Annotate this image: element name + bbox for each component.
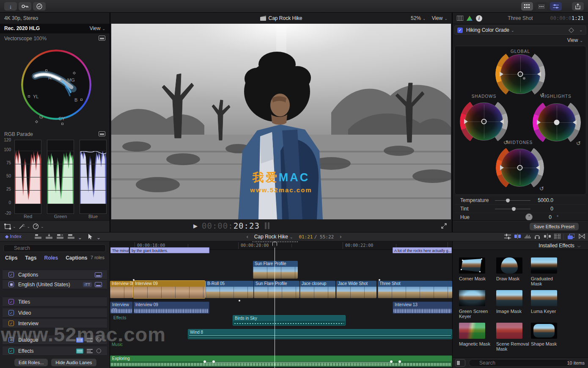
vectorscope-settings-icon[interactable] [99, 36, 105, 41]
keyframe-dot[interactable] [203, 360, 206, 363]
viewer-zoom-menu[interactable]: 52%⌄ [411, 15, 426, 21]
retime-button[interactable]: ⌄ [33, 223, 44, 230]
effects-sidebar-toggle[interactable] [455, 359, 465, 367]
audio-clip-birds-in-sky[interactable]: Birds in Sky [233, 315, 346, 326]
clip-jace-wide-shot[interactable]: Jace Wide Shot [336, 281, 376, 298]
save-effects-preset-button[interactable]: Save Effects Preset [530, 223, 579, 230]
global-left-arrow[interactable] [500, 72, 503, 77]
midtones-color-wheel[interactable]: ↺ [496, 144, 544, 192]
global-color-wheel[interactable]: ↺ [495, 49, 545, 99]
effect-corner-mask[interactable] [459, 257, 485, 274]
captions-display-icon[interactable] [95, 272, 102, 277]
skimming-button[interactable] [544, 234, 551, 239]
role-row-interview[interactable]: ✓ Interview [3, 319, 107, 328]
focus-icon[interactable] [96, 338, 101, 342]
subroles-icon[interactable] [87, 349, 93, 353]
clip-interview-08[interactable]: Interview 08 [110, 281, 133, 298]
viewer-view-menu[interactable]: View⌄ [432, 15, 448, 21]
role-row-effects[interactable]: ✓ Effects [3, 346, 107, 356]
edit-buttons-chevron[interactable]: ⌄ [78, 235, 82, 241]
highlights-color-wheel[interactable]: ↺ [533, 98, 581, 147]
focus-icon[interactable] [96, 349, 101, 353]
inspector-toggle-button[interactable] [550, 2, 562, 11]
effect-draw-mask[interactable] [496, 257, 522, 274]
midtones-wheel-disc[interactable] [501, 149, 539, 187]
audio-lanes-icon[interactable] [76, 338, 83, 343]
scopes-view-menu[interactable]: View⌄ [90, 24, 105, 34]
insert-clip-button[interactable] [46, 234, 52, 239]
hue-value[interactable]: 0 [549, 214, 552, 220]
edit-roles-button[interactable]: Edit Roles... [14, 359, 48, 366]
role-row-video[interactable]: ✓ Video [3, 308, 107, 318]
temperature-slider[interactable] [495, 200, 530, 201]
keyframe-dot[interactable] [398, 360, 401, 363]
overwrite-clip-button[interactable] [68, 234, 74, 239]
keyframe-dot[interactable] [212, 360, 215, 363]
keyframe-diamond-icon[interactable] [569, 28, 574, 33]
interview-checkbox[interactable]: ✓ [8, 321, 14, 326]
inspector-view-menu[interactable]: View⌄ [567, 37, 583, 43]
highlights-left-arrow[interactable] [537, 120, 541, 125]
highlights-wheel-puck[interactable] [554, 120, 560, 125]
effect-graduated-mask[interactable] [531, 257, 557, 274]
effect-scene-removal-mask[interactable] [496, 323, 522, 339]
play-button[interactable]: ▶ [193, 223, 198, 229]
tint-value[interactable]: 0 [550, 206, 553, 212]
role-row-captions[interactable]: ✓ Captions [3, 270, 107, 279]
effects-browser-button[interactable] [568, 234, 574, 239]
shadows-right-arrow[interactable] [500, 119, 504, 124]
effect-shape-mask[interactable] [531, 323, 557, 339]
timeline-title-menu[interactable]: Cap Rock Hike⌄ [254, 234, 293, 240]
global-wheel-disc[interactable] [500, 54, 540, 94]
effect-luma-keyer[interactable] [531, 290, 557, 306]
audio-clip-interview-13[interactable]: Interview 13 [393, 302, 452, 314]
append-clip-button[interactable] [57, 234, 63, 239]
midtones-wheel-puck[interactable] [517, 165, 523, 171]
tool-chevron[interactable]: ⌄ [96, 235, 101, 241]
color-inspector-icon[interactable] [467, 16, 473, 21]
caption-clip[interactable]: A lot of the rocks here actually g... [393, 247, 452, 253]
import-media-button[interactable]: ↓ [4, 2, 17, 11]
effect-chevron-icon[interactable]: ⌄ [579, 28, 583, 32]
index-toggle-button[interactable]: ◆ Index [5, 234, 21, 239]
audio-monitor-button[interactable] [534, 234, 540, 239]
video-inspector-icon[interactable] [457, 16, 463, 21]
next-timeline-button[interactable]: › [340, 234, 341, 240]
midtones-left-arrow[interactable] [500, 165, 504, 170]
share-button[interactable] [572, 2, 584, 11]
audio-clip-interview-09[interactable]: Interview 09 [133, 302, 209, 314]
audio-meters-button[interactable] [525, 234, 531, 239]
shadows-color-wheel[interactable]: ↺ [460, 97, 508, 146]
captions-display-icon[interactable] [95, 282, 102, 287]
video-checkbox[interactable]: ✓ [8, 310, 14, 315]
highlights-right-arrow[interactable] [573, 120, 577, 125]
effect-magnetic-mask[interactable] [459, 323, 485, 339]
captions-checkbox[interactable]: ✓ [8, 272, 14, 277]
audio-clip-wind-8[interactable]: Wind 8 [188, 329, 452, 339]
transitions-browser-button[interactable] [579, 234, 585, 239]
effects-search-input[interactable] [469, 359, 570, 367]
hue-dial[interactable] [525, 213, 533, 221]
effects-checkbox[interactable]: ✓ [8, 348, 14, 354]
audio-lanes-icon[interactable] [76, 349, 83, 354]
highlights-wheel-disc[interactable] [538, 103, 576, 141]
connect-clip-button[interactable] [35, 234, 41, 239]
highlights-reset-icon[interactable]: ↺ [576, 140, 581, 147]
caption-clip[interactable]: by the giant boulders. [130, 247, 209, 253]
tool-select-button[interactable] [88, 234, 93, 239]
clip-appearance-button[interactable] [514, 234, 521, 239]
info-inspector-icon[interactable]: i [476, 15, 482, 22]
previous-timeline-button[interactable]: ‹ [247, 234, 248, 240]
temperature-value[interactable]: 5000.0 [538, 197, 553, 203]
clip-interview-09[interactable]: Interview 09 [133, 281, 205, 298]
titles-checkbox[interactable]: ✓ [8, 299, 14, 304]
timeline[interactable]: 00:00:18:00 00:00:20:00 00:00:22:00 The … [110, 241, 452, 368]
shadows-wheel-puck[interactable] [481, 119, 487, 125]
shadows-wheel-disc[interactable] [465, 102, 503, 141]
shadows-left-arrow[interactable] [464, 119, 468, 124]
browser-list-view-button[interactable] [536, 2, 547, 11]
tint-slider[interactable] [495, 209, 530, 209]
audio-clip-interview-08[interactable]: Interview 08 [110, 302, 133, 314]
parade-settings-icon[interactable] [99, 131, 105, 136]
role-row-dialogue[interactable]: ✓ Dialogue [3, 335, 107, 345]
